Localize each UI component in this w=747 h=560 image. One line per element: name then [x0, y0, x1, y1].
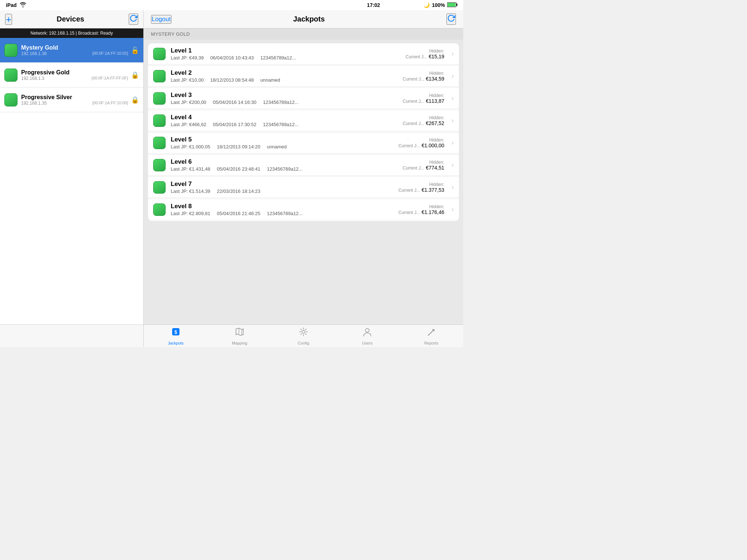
current-label: Current J... — [398, 143, 420, 148]
device-item[interactable]: Progressive Gold 192.168.1.3 [00:0F:1A:F… — [0, 63, 143, 88]
unlock-icon: 🔓 — [131, 46, 139, 54]
device-item[interactable]: Mystery Gold 192.168.1.36 [00:0F:1A:FF:1… — [0, 38, 143, 63]
current-jp-row: Current J... €113,87 — [403, 98, 444, 104]
detail-refresh-button[interactable] — [446, 13, 456, 25]
current-value: €113,87 — [426, 98, 444, 104]
device-meta: 192.168.1.3 [00:0F:1A:FF:FF:0F] — [21, 76, 128, 81]
sidebar: Network: 192.168.1.15 | Broadcast: Ready… — [0, 28, 144, 324]
jackpot-item[interactable]: Level 6 Last JP: €1.431,48 05/04/2016 23… — [148, 154, 459, 176]
main-content: Network: 192.168.1.15 | Broadcast: Ready… — [0, 28, 463, 324]
battery-icon — [447, 2, 457, 8]
jackpot-item[interactable]: Level 1 Last JP: €49,39 06/04/2016 10:43… — [148, 43, 459, 65]
current-jp-row: Current J... €134,59 — [403, 76, 444, 82]
chevron-right-icon: › — [452, 72, 454, 80]
device-info: Mystery Gold 192.168.1.36 [00:0F:1A:FF:1… — [21, 44, 128, 56]
jackpot-info: Level 3 Last JP: €200,00 05/04/2016 14:1… — [171, 92, 403, 105]
current-jp-row: Current J... €1.377,53 — [398, 187, 444, 193]
jackpot-item[interactable]: Level 5 Last JP: €1.000,05 18/12/2013 09… — [148, 132, 459, 153]
level-indicator — [153, 137, 166, 149]
level-detail: Last JP: €1.000,05 18/12/2013 09:14:20 u… — [171, 144, 398, 149]
level-detail: Last JP: €10,00 18/12/2013 08:54:48 unna… — [171, 77, 403, 83]
config-tab-icon — [298, 327, 309, 339]
hidden-label: Hidden: — [403, 115, 444, 120]
svg-marker-5 — [236, 328, 243, 335]
battery-percent: 100% — [432, 2, 445, 8]
logout-button[interactable]: Logout — [151, 15, 171, 24]
last-jp-label: Last JP: — [171, 55, 188, 61]
jackpot-item[interactable]: Level 7 Last JP: €1.514,39 22/03/2016 18… — [148, 176, 459, 198]
jackpot-right: Hidden: Current J... €113,87 — [403, 93, 444, 104]
device-info: Progressive Silver 192.168.1.35 [00:0F:1… — [21, 94, 128, 106]
jackpot-item[interactable]: Level 2 Last JP: €10,00 18/12/2013 08:54… — [148, 65, 459, 87]
status-time: 17:02 — [367, 2, 380, 8]
tab-config[interactable]: Config — [271, 325, 335, 347]
level-detail: Last JP: €1.514,39 22/03/2016 18:14:23 — [171, 188, 398, 194]
jp-name: unnamed — [260, 77, 280, 83]
jackpot-item[interactable]: Level 8 Last JP: €2.809,81 05/04/2016 21… — [148, 199, 459, 220]
last-jp-label: Last JP: — [171, 122, 188, 127]
current-label: Current J... — [398, 188, 420, 193]
jackpot-right: Hidden: Current J... €1.000,00 — [398, 137, 444, 148]
jackpot-right: Hidden: Current J... €1.377,53 — [398, 182, 444, 193]
current-jp-row: Current J... €267,52 — [403, 120, 444, 126]
current-value: €15,19 — [429, 54, 444, 59]
device-item[interactable]: Progressive Silver 192.168.1.35 [00:0F:1… — [0, 88, 143, 112]
last-jp-label: Last JP: — [171, 166, 188, 172]
add-device-button[interactable]: + — [5, 14, 12, 25]
current-label: Current J... — [406, 54, 427, 59]
current-jp-row: Current J... €774,51 — [403, 165, 444, 171]
jackpot-info: Level 4 Last JP: €466,62 05/04/2016 17:3… — [171, 114, 403, 127]
level-name: Level 4 — [171, 114, 403, 121]
last-jp-value: €200,00 — [189, 100, 206, 105]
level-indicator — [153, 92, 166, 105]
level-indicator — [153, 181, 166, 194]
last-jp-value: €10,00 — [189, 77, 204, 83]
level-detail: Last JP: €200,00 05/04/2016 14:16:30 123… — [171, 100, 403, 105]
current-label: Current J... — [403, 121, 424, 126]
jackpot-right: Hidden: Current J... €267,52 — [403, 115, 444, 126]
users-tab-icon — [362, 327, 372, 339]
tab-users[interactable]: Users — [336, 325, 399, 347]
carrier-label: iPad — [6, 2, 17, 8]
detail-panel: MYSTERY GOLD Level 1 Last JP: €49,39 06/… — [144, 28, 463, 324]
level-name: Level 7 — [171, 180, 398, 188]
level-indicator — [153, 114, 166, 127]
hidden-label: Hidden: — [403, 93, 444, 98]
tab-reports[interactable]: Reports — [399, 325, 463, 347]
jackpot-item[interactable]: Level 3 Last JP: €200,00 05/04/2016 14:1… — [148, 88, 459, 109]
jackpot-right: Hidden: Current J... €1.176,46 — [398, 204, 444, 215]
sidebar-refresh-button[interactable] — [129, 13, 138, 25]
mapping-tab-label: Mapping — [232, 341, 247, 345]
detail-nav-title: Jackpots — [293, 15, 325, 23]
hidden-label: Hidden: — [398, 182, 444, 187]
last-jp-label: Last JP: — [171, 77, 188, 83]
jp-name: 123456789a12... — [267, 211, 303, 216]
svg-point-8 — [302, 330, 305, 333]
jackpot-info: Level 8 Last JP: €2.809,81 05/04/2016 21… — [171, 203, 398, 216]
device-status-indicator — [4, 93, 18, 106]
detail-nav: Logout Jackpots — [144, 10, 463, 28]
jackpot-right: Hidden: Current J... €15,19 — [406, 48, 444, 59]
reports-tab-label: Reports — [424, 341, 438, 345]
nav-bar: + Devices Logout Jackpots — [0, 10, 463, 28]
hidden-label: Hidden: — [403, 71, 444, 76]
jp-date: 06/04/2016 10:43:43 — [210, 55, 253, 61]
jp-date: 05/04/2016 23:48:41 — [217, 166, 260, 172]
sidebar-nav: + Devices — [0, 10, 144, 28]
jackpot-list: Level 1 Last JP: €49,39 06/04/2016 10:43… — [144, 40, 463, 324]
device-status-indicator — [4, 69, 18, 82]
users-tab-label: Users — [362, 341, 373, 345]
jp-date: 22/03/2016 18:14:23 — [217, 188, 260, 194]
tab-jackpots[interactable]: $ Jackpots — [144, 325, 208, 347]
tab-mapping[interactable]: Mapping — [208, 325, 271, 347]
device-ip: 192.168.1.35 — [21, 101, 47, 106]
last-jp-label: Last JP: — [171, 211, 188, 216]
level-detail: Last JP: €49,39 06/04/2016 10:43:43 1234… — [171, 55, 406, 61]
device-meta: 192.168.1.35 [00:0F:1A:FF:10:00] — [21, 101, 128, 106]
last-jp-value: €2.809,81 — [189, 211, 210, 216]
jackpot-info: Level 7 Last JP: €1.514,39 22/03/2016 18… — [171, 180, 398, 194]
chevron-right-icon: › — [452, 94, 454, 102]
current-value: €774,51 — [426, 165, 444, 171]
chevron-right-icon: › — [452, 183, 454, 191]
jackpot-item[interactable]: Level 4 Last JP: €466,62 05/04/2016 17:3… — [148, 110, 459, 131]
